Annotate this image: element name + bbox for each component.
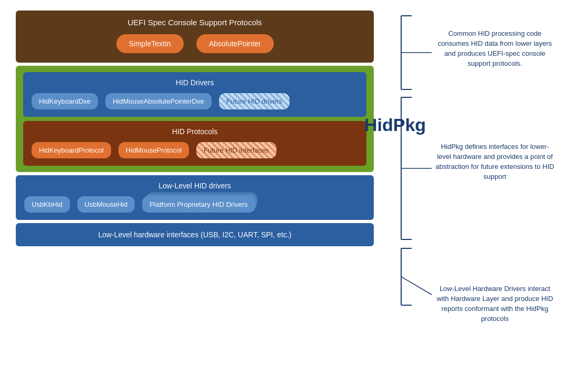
- hidpkg-outer-box: HID Drivers HidKeyboardDxe HidMouseAbsol…: [16, 66, 374, 172]
- simple-text-in-chip: SimpleTextIn: [116, 34, 184, 53]
- svg-line-11: [401, 277, 432, 295]
- hw-interfaces-label: Low-Level hardware interfaces (USB, I2C,…: [98, 230, 292, 239]
- hid-keyboard-dxe-chip: HidKeyboardDxe: [32, 93, 98, 109]
- uefi-title: UEFI Spec Console Support Protocols: [26, 18, 363, 27]
- low-level-hid-box: Low-Level HID drivers UsbKbHid UsbMouseH…: [16, 175, 374, 220]
- future-hid-interfaces-chip: Future HID interfaces: [196, 142, 276, 158]
- hid-protocols-box: HID Protocols HidKeyboardProtocol HidMou…: [23, 121, 366, 166]
- hid-drivers-title: HID Drivers: [32, 78, 358, 87]
- low-level-title: Low-Level HID drivers: [24, 182, 365, 190]
- platform-proprietary-chip: Platform Proprietary HID Drivers: [142, 196, 255, 213]
- uefi-chips: SimpleTextIn AbsolutePointer: [26, 34, 363, 53]
- low-level-chips: UsbKbHid UsbMouseHid Platform Proprietar…: [24, 196, 365, 213]
- hid-keyboard-protocol-chip: HidKeyboardProtocol: [32, 142, 111, 158]
- absolute-pointer-chip: AbsolutePointer: [196, 34, 274, 53]
- annotation-top: Common HID processing code consumes HID …: [434, 29, 555, 68]
- future-hid-drivers-chip: Future HID drivers: [219, 93, 290, 109]
- annotation-bottom: Low-Level Hardware Drivers interact with…: [434, 284, 555, 324]
- diagram-area: UEFI Spec Console Support Protocols Simp…: [16, 11, 374, 246]
- annotation-middle: HidPkg defines interfaces for lower-leve…: [434, 142, 555, 182]
- hid-drivers-box: HID Drivers HidKeyboardDxe HidMouseAbsol…: [23, 72, 366, 117]
- usb-kb-hid-chip: UsbKbHid: [24, 196, 70, 213]
- platform-proprietary-stack: Platform Proprietary HID Drivers: [142, 196, 255, 213]
- hidpkg-label: HidPkg: [364, 115, 426, 135]
- uefi-box: UEFI Spec Console Support Protocols Simp…: [16, 11, 374, 63]
- usb-mouse-hid-chip: UsbMouseHid: [77, 196, 135, 213]
- hw-interfaces-box: Low-Level hardware interfaces (USB, I2C,…: [16, 223, 374, 246]
- hid-mouse-protocol-chip: HidMouseProtocol: [118, 142, 189, 158]
- hid-mouse-abs-chip: HidMouseAbsolutePointerDxe: [105, 93, 211, 109]
- hid-protocols-chips: HidKeyboardProtocol HidMouseProtocol Fut…: [32, 142, 358, 158]
- hid-protocols-title: HID Protocols: [32, 127, 358, 136]
- hid-drivers-chips: HidKeyboardDxe HidMouseAbsolutePointerDx…: [32, 93, 358, 109]
